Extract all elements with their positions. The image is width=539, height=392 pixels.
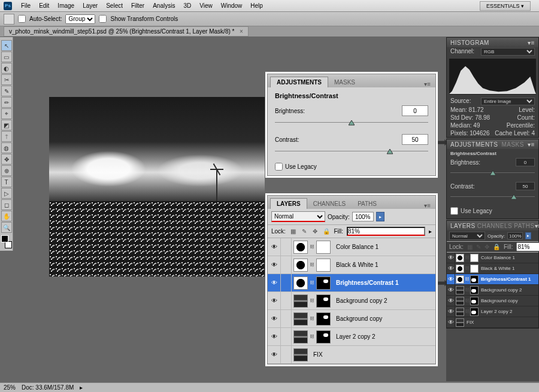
tab-paths[interactable]: PATHS — [352, 199, 383, 209]
visibility-eye-icon[interactable]: 👁 — [447, 306, 455, 317]
tab-masks-mini[interactable]: MASKS — [501, 141, 524, 148]
panel-menu-icon[interactable]: ▾≡ — [422, 202, 433, 209]
layer-thumb[interactable] — [456, 318, 464, 327]
use-legacy-check[interactable] — [275, 163, 283, 171]
menu-analysis[interactable]: Analysis — [149, 1, 179, 10]
lock-transparent-icon[interactable]: ▦ — [289, 227, 297, 236]
visibility-eye-icon[interactable]: 👁 — [268, 346, 281, 363]
blur-tool[interactable]: ✥ — [1, 154, 12, 165]
contrast-slider-mini[interactable] — [450, 193, 535, 201]
layer-row[interactable]: 👁⛓Black & White 1 — [268, 256, 435, 274]
lock-position-icon[interactable]: ✥ — [311, 227, 319, 236]
layer-row[interactable]: 👁⛓Background copy — [447, 296, 538, 306]
visibility-eye-icon[interactable]: 👁 — [268, 274, 281, 291]
layer-thumb[interactable] — [293, 294, 308, 308]
layer-mask-thumb[interactable] — [470, 308, 479, 316]
opacity-input[interactable] — [352, 212, 374, 221]
close-tab-icon[interactable]: × — [240, 28, 243, 35]
layer-row[interactable]: 👁⛓Background copy 2 — [447, 285, 538, 296]
menu-image[interactable]: Image — [53, 1, 78, 10]
layer-name[interactable]: Background copy — [332, 315, 382, 322]
opacity-arrow[interactable]: ▸ — [376, 212, 384, 221]
autoselect-target[interactable]: Group — [65, 14, 95, 24]
layer-row[interactable]: 👁⛓Black & White 1 — [447, 263, 538, 274]
layer-name[interactable]: Brightness/Contrast 1 — [332, 279, 398, 286]
contrast-slider[interactable] — [275, 147, 428, 156]
brightness-input[interactable] — [402, 105, 428, 116]
eraser-tool[interactable]: ◍ — [1, 142, 12, 153]
visibility-eye-icon[interactable]: 👁 — [268, 238, 281, 256]
layer-row[interactable]: 👁FIX — [268, 346, 435, 364]
tab-adjustments[interactable]: ADJUSTMENTS — [270, 77, 328, 87]
layer-thumb[interactable] — [293, 330, 308, 344]
layer-name[interactable]: Brightness/Contrast 1 — [479, 276, 531, 282]
visibility-eye-icon[interactable]: 👁 — [268, 256, 281, 274]
layer-thumb[interactable] — [456, 254, 464, 262]
visibility-eye-icon[interactable]: 👁 — [447, 285, 455, 295]
layer-thumb[interactable] — [456, 297, 464, 305]
stamp-tool[interactable]: ⍑ — [1, 131, 12, 142]
zoom-tool[interactable]: 🔍 — [1, 222, 12, 233]
dodge-tool[interactable]: ⊕ — [1, 165, 12, 176]
document-canvas[interactable] — [49, 97, 265, 276]
menu-edit[interactable]: Edit — [35, 1, 53, 10]
opacity-input-mini[interactable] — [507, 232, 523, 239]
menu-3d[interactable]: 3D — [179, 1, 195, 10]
panel-menu-icon[interactable]: ▾≡ — [535, 223, 539, 229]
layer-thumb[interactable] — [456, 265, 464, 273]
layer-mask-thumb[interactable] — [470, 254, 479, 262]
layer-thumb[interactable] — [293, 259, 308, 272]
layer-thumb[interactable] — [293, 241, 308, 254]
tab-channels-mini[interactable]: CHANNELS — [477, 223, 512, 229]
visibility-eye-icon[interactable]: 👁 — [268, 310, 281, 327]
visibility-eye-icon[interactable]: 👁 — [447, 317, 455, 327]
gradient-tool[interactable]: ◩ — [1, 120, 12, 130]
layer-thumb[interactable] — [456, 308, 464, 316]
layer-mask-thumb[interactable] — [316, 330, 331, 344]
contrast-input-mini[interactable] — [516, 182, 535, 190]
opacity-arrow-mini[interactable]: ▸ — [525, 232, 531, 239]
statusbar-arrow-icon[interactable]: ▸ — [80, 384, 83, 391]
marquee-tool[interactable]: ▭ — [1, 51, 12, 62]
visibility-eye-icon[interactable]: 👁 — [447, 274, 455, 284]
brush-tool[interactable]: ✏ — [1, 97, 12, 108]
use-legacy-check-mini[interactable] — [450, 207, 458, 215]
panel-menu-icon[interactable]: ▾≡ — [528, 39, 535, 46]
layer-mask-thumb[interactable] — [470, 275, 479, 284]
document-tab[interactable]: v_photo_minsk_windmill_step51.psd @ 25% … — [4, 26, 249, 37]
layer-name[interactable]: FIX — [310, 351, 323, 358]
layer-mask-thumb[interactable] — [470, 265, 479, 273]
visibility-eye-icon[interactable]: 👁 — [268, 328, 281, 345]
visibility-eye-icon[interactable]: 👁 — [447, 253, 455, 263]
lock-pixels-icon[interactable]: ✎ — [301, 227, 308, 236]
autoselect-check[interactable] — [18, 15, 26, 23]
menu-help[interactable]: Help — [246, 1, 267, 10]
brightness-slider[interactable] — [275, 118, 428, 127]
layer-row[interactable]: 👁⛓Layer 2 copy 2 — [268, 328, 435, 346]
layer-thumb[interactable] — [456, 286, 464, 294]
tab-paths-mini[interactable]: PATHS — [514, 223, 534, 229]
layer-name[interactable]: Black & White 1 — [479, 266, 514, 271]
tab-adjustments-mini[interactable]: ADJUSTMENTS — [450, 141, 498, 148]
layer-mask-thumb[interactable] — [316, 312, 331, 326]
layer-mask-thumb[interactable] — [316, 294, 331, 308]
panel-menu-icon[interactable]: ▾≡ — [422, 81, 433, 87]
contrast-input[interactable] — [402, 134, 428, 145]
layer-row[interactable]: 👁⛓Brightness/Contrast 1 — [268, 274, 435, 292]
layer-name[interactable]: Background copy — [479, 298, 518, 303]
layer-row[interactable]: 👁⛓Brightness/Contrast 1 — [447, 274, 538, 285]
layer-row[interactable]: 👁FIX — [447, 317, 538, 328]
zoom-level[interactable]: 25% — [4, 384, 16, 391]
layer-name[interactable]: Background copy 2 — [479, 287, 522, 293]
layer-thumb[interactable] — [293, 348, 308, 361]
tab-layers[interactable]: LAYERS — [270, 198, 307, 209]
fill-arrow[interactable]: ▸ — [429, 228, 432, 235]
layer-row[interactable]: 👁⛓Background copy — [268, 310, 435, 328]
fill-input[interactable] — [347, 227, 425, 236]
layer-thumb[interactable] — [456, 275, 464, 284]
color-swatches[interactable] — [1, 235, 12, 248]
menu-filter[interactable]: Filter — [127, 1, 149, 10]
layer-thumb[interactable] — [293, 312, 308, 326]
blend-mode-mini[interactable]: Normal — [449, 232, 485, 240]
layer-mask-thumb[interactable] — [470, 297, 479, 305]
